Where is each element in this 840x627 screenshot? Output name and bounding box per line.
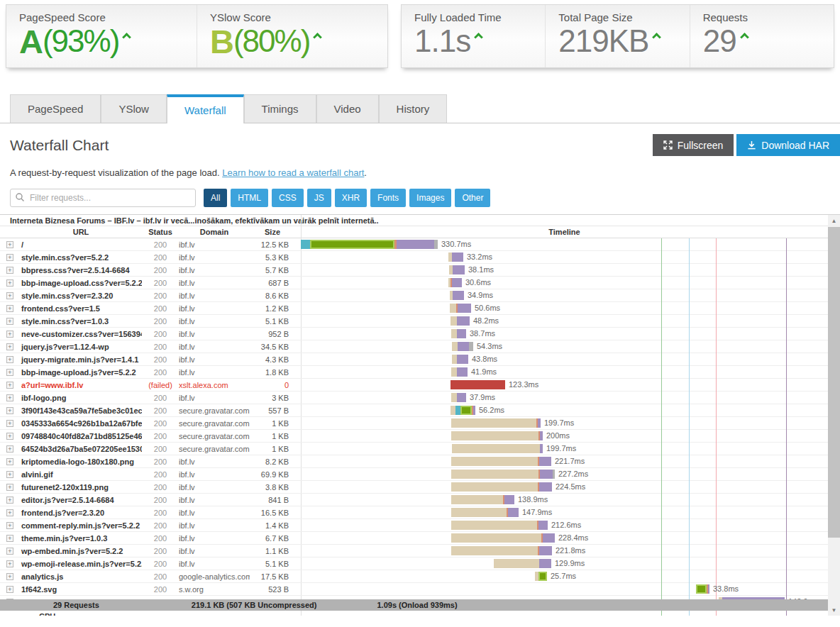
- expand-row-icon[interactable]: +: [6, 535, 13, 542]
- filter-css-button[interactable]: CSS: [272, 189, 304, 207]
- table-row[interactable]: + 3f90f143e43ca59a7fe5abe3c01ec... 200 s…: [0, 404, 828, 417]
- table-row[interactable]: + 1f642.svg 200 s.w.org 523 B 33.8ms: [0, 583, 828, 596]
- table-row[interactable]: + a?url=www.ibf.lv (failed) xslt.alexa.c…: [0, 379, 828, 392]
- download-har-button[interactable]: Download HAR: [736, 134, 840, 156]
- expand-row-icon[interactable]: +: [6, 458, 13, 465]
- tab-timings[interactable]: Timings: [244, 94, 316, 123]
- scrollbar-thumb[interactable]: [828, 227, 840, 538]
- tab-history[interactable]: History: [379, 94, 448, 123]
- request-bar[interactable]: 33.2ms: [448, 253, 492, 262]
- scrollbar-down-arrow[interactable]: ▼: [828, 604, 840, 616]
- request-bar[interactable]: 38.7ms: [451, 329, 495, 338]
- table-row[interactable]: + bbp-image-upload.css?ver=5.2.2 200 ibf…: [0, 277, 828, 289]
- expand-row-icon[interactable]: +: [6, 254, 13, 261]
- table-row[interactable]: + 09748840c40fd82a71bd85125e46... 200 se…: [0, 430, 828, 443]
- expand-row-icon[interactable]: +: [6, 471, 13, 478]
- expand-row-icon[interactable]: +: [6, 445, 13, 453]
- expand-row-icon[interactable]: +: [6, 407, 13, 414]
- table-row[interactable]: + jquery.js?ver=1.12.4-wp 200 ibf.lv 34.…: [0, 340, 828, 353]
- filter-fonts-button[interactable]: Fonts: [370, 189, 406, 207]
- request-bar[interactable]: 227.2ms: [451, 470, 588, 479]
- request-bar[interactable]: 212.6ms: [451, 521, 581, 530]
- table-row[interactable]: + 0345333a6654c926b1ba12a67bfe... 200 se…: [0, 417, 828, 430]
- table-row[interactable]: + bbp-image-upload.js?ver=5.2.2 200 ibf.…: [0, 366, 828, 379]
- request-bar[interactable]: 147.9ms: [451, 508, 552, 517]
- expand-row-icon[interactable]: +: [6, 382, 13, 389]
- table-row[interactable]: + editor.js?ver=2.5.14-6684 200 ibf.lv 8…: [0, 494, 828, 506]
- expand-row-icon[interactable]: +: [6, 331, 13, 338]
- request-bar[interactable]: 48.2ms: [451, 316, 499, 326]
- expand-row-icon[interactable]: +: [6, 573, 13, 580]
- request-bar[interactable]: 38.1ms: [449, 265, 494, 274]
- expand-row-icon[interactable]: +: [6, 343, 13, 350]
- table-row[interactable]: + analytics.js 200 google-analytics.com …: [0, 570, 828, 583]
- table-row[interactable]: + ibf-logo.png 200 ibf.lv 3 KB 37.9ms: [0, 392, 828, 404]
- filter-xhr-button[interactable]: XHR: [335, 189, 367, 207]
- expand-row-icon[interactable]: +: [6, 318, 13, 325]
- expand-row-icon[interactable]: +: [6, 420, 13, 427]
- filter-other-button[interactable]: Other: [455, 189, 490, 207]
- expand-row-icon[interactable]: +: [6, 305, 13, 312]
- expand-row-icon[interactable]: +: [6, 586, 13, 593]
- request-bar[interactable]: 43.8ms: [452, 355, 497, 364]
- expand-row-icon[interactable]: +: [6, 369, 13, 376]
- request-bar[interactable]: 50.6ms: [450, 304, 500, 313]
- filter-requests-input[interactable]: [10, 189, 196, 207]
- table-row[interactable]: + futurenet2-120x119.png 200 ibf.lv 3.8 …: [0, 481, 828, 494]
- request-bar[interactable]: 33.8ms: [696, 584, 739, 594]
- request-bar[interactable]: 41.9ms: [451, 367, 497, 377]
- request-bar[interactable]: 199.7ms: [452, 444, 576, 453]
- expand-row-icon[interactable]: +: [6, 292, 13, 299]
- table-row[interactable]: + alvini.gif 200 ibf.lv 69.9 KB 227.2ms: [0, 468, 828, 481]
- request-bar[interactable]: 200ms: [451, 431, 570, 440]
- table-row[interactable]: + neve-customizer.css?ver=156394... 200 …: [0, 328, 828, 340]
- vertical-scrollbar[interactable]: ▲ ▼: [828, 215, 840, 616]
- scrollbar-up-arrow[interactable]: ▲: [828, 215, 840, 226]
- request-bar[interactable]: 56.2ms: [451, 406, 504, 415]
- request-bar[interactable]: 224.5ms: [451, 482, 585, 492]
- expand-row-icon[interactable]: +: [6, 394, 13, 401]
- table-row[interactable]: + bbpress.css?ver=2.5.14-6684 200 ibf.lv…: [0, 264, 828, 277]
- expand-row-icon[interactable]: +: [6, 241, 13, 248]
- table-row[interactable]: + style.min.css?ver=5.2.2 200 ibf.lv 5.3…: [0, 251, 828, 264]
- table-row[interactable]: + wp-embed.min.js?ver=5.2.2 200 ibf.lv 1…: [0, 545, 828, 557]
- fullscreen-button[interactable]: Fullscreen: [653, 134, 734, 156]
- request-bar[interactable]: 34.9ms: [450, 291, 493, 300]
- table-row[interactable]: + frontend.js?ver=2.3.20 200 ibf.lv 16.5…: [0, 506, 828, 519]
- request-bar[interactable]: 138.9ms: [451, 495, 548, 504]
- expand-row-icon[interactable]: +: [6, 484, 13, 491]
- request-bar[interactable]: 54.3ms: [452, 342, 502, 351]
- filter-images-button[interactable]: Images: [409, 189, 451, 207]
- filter-js-button[interactable]: JS: [307, 189, 331, 207]
- request-bar[interactable]: 330.7ms: [301, 240, 471, 249]
- expand-row-icon[interactable]: +: [6, 356, 13, 363]
- tab-yslow[interactable]: YSlow: [101, 94, 167, 123]
- waterfall-help-link[interactable]: Learn how to read a waterfall chart: [222, 167, 364, 178]
- table-row[interactable]: + wp-emoji-release.min.js?ver=5.2.2 200 …: [0, 557, 828, 570]
- table-row[interactable]: + style.min.css?ver=2.3.20 200 ibf.lv 8.…: [0, 289, 828, 302]
- tab-waterfall[interactable]: Waterfall: [167, 94, 244, 123]
- request-bar[interactable]: 228.4ms: [451, 533, 588, 543]
- filter-all-button[interactable]: All: [204, 189, 227, 207]
- filter-html-button[interactable]: HTML: [231, 189, 268, 207]
- table-row[interactable]: + jquery-migrate.min.js?ver=1.4.1 200 ib…: [0, 353, 828, 366]
- table-row[interactable]: + 64524b3d26a7ba5e072205ee1530... 200 se…: [0, 443, 828, 455]
- table-row[interactable]: + theme.min.js?ver=1.0.3 200 ibf.lv 6.7 …: [0, 532, 828, 545]
- expand-row-icon[interactable]: +: [6, 548, 13, 555]
- request-bar[interactable]: 25.7ms: [535, 572, 576, 581]
- expand-row-icon[interactable]: +: [6, 433, 13, 440]
- request-bar[interactable]: 30.6ms: [448, 278, 491, 287]
- expand-row-icon[interactable]: +: [6, 509, 13, 516]
- request-bar[interactable]: 221.7ms: [451, 457, 585, 466]
- request-bar[interactable]: 129.9ms: [494, 559, 585, 568]
- table-row[interactable]: + comment-reply.min.js?ver=5.2.2 200 ibf…: [0, 519, 828, 532]
- tab-video[interactable]: Video: [316, 94, 379, 123]
- expand-row-icon[interactable]: +: [6, 522, 13, 529]
- expand-row-icon[interactable]: +: [6, 496, 13, 504]
- request-bar[interactable]: 199.7ms: [451, 418, 574, 428]
- request-bar[interactable]: 37.9ms: [451, 393, 495, 402]
- table-row[interactable]: + frontend.css?ver=1.5 200 ibf.lv 1.2 KB…: [0, 302, 828, 315]
- tab-pagespeed[interactable]: PageSpeed: [10, 94, 101, 123]
- expand-row-icon[interactable]: +: [6, 267, 13, 274]
- table-row[interactable]: + style.min.css?ver=1.0.3 200 ibf.lv 5.1…: [0, 315, 828, 328]
